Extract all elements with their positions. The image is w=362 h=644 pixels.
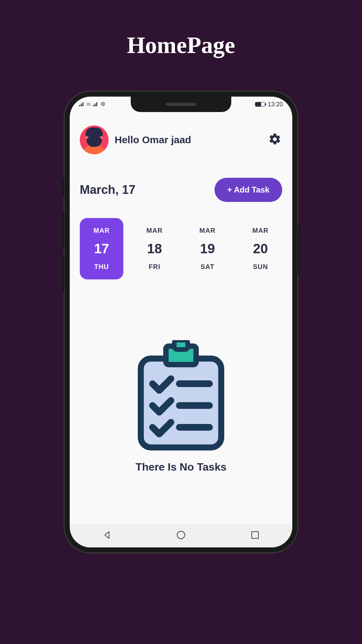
phone-frame: 3G 13:20 Hello O	[64, 91, 298, 553]
system-nav-bar	[70, 524, 292, 547]
date-row: March, 17 + Add Task	[80, 178, 282, 202]
days-row: MAR 17 THU MAR 18 FRI MAR 19 SAT MAR 20	[80, 218, 282, 279]
svg-rect-5	[96, 102, 97, 106]
header-row: Hello Omar jaad	[80, 125, 282, 154]
circle-home-icon	[176, 530, 186, 541]
nav-home-button[interactable]	[176, 530, 186, 541]
greeting-text: Hello Omar jaad	[115, 134, 261, 146]
day-card-0[interactable]: MAR 17 THU	[80, 218, 123, 279]
empty-message: There Is No Tasks	[135, 461, 227, 473]
svg-point-14	[177, 531, 185, 539]
day-number: 17	[82, 241, 121, 256]
day-month: MAR	[82, 227, 121, 234]
side-button	[62, 178, 64, 198]
day-number: 19	[188, 241, 227, 256]
svg-rect-4	[95, 104, 96, 106]
day-card-3[interactable]: MAR 20 SUN	[239, 218, 282, 279]
svg-rect-2	[82, 102, 83, 106]
signal-icon	[79, 102, 84, 107]
day-card-1[interactable]: MAR 18 FRI	[133, 218, 176, 279]
svg-rect-15	[252, 532, 258, 538]
square-recents-icon	[250, 530, 260, 541]
empty-state: There Is No Tasks	[80, 289, 282, 524]
signal-icon-2	[93, 102, 98, 107]
day-number: 20	[241, 241, 280, 256]
day-month: MAR	[188, 227, 227, 234]
network-label: 3G	[86, 103, 91, 106]
volume-up-button	[62, 211, 64, 248]
add-task-button[interactable]: + Add Task	[215, 178, 282, 202]
day-weekday: SAT	[188, 263, 227, 271]
day-month: MAR	[241, 227, 280, 234]
day-weekday: FRI	[135, 263, 174, 271]
current-date-label: March, 17	[80, 183, 135, 197]
triangle-back-icon	[102, 530, 112, 541]
hotspot-icon	[100, 101, 106, 108]
svg-rect-1	[81, 104, 82, 106]
battery-icon	[255, 102, 265, 107]
power-button	[298, 225, 300, 275]
day-weekday: THU	[82, 263, 121, 271]
day-card-2[interactable]: MAR 19 SAT	[186, 218, 229, 279]
page-title: HomePage	[127, 32, 235, 59]
day-number: 18	[135, 241, 174, 256]
screen: 3G 13:20 Hello O	[70, 97, 292, 547]
avatar[interactable]	[80, 125, 109, 154]
nav-recents-button[interactable]	[250, 530, 260, 541]
clock-label: 13:20	[268, 101, 283, 108]
day-month: MAR	[135, 227, 174, 234]
svg-rect-10	[174, 340, 188, 350]
notch	[131, 97, 231, 112]
svg-point-6	[102, 103, 104, 105]
gear-icon	[268, 132, 282, 147]
volume-down-button	[62, 255, 64, 292]
nav-back-button[interactable]	[102, 530, 112, 541]
clipboard-icon	[134, 340, 228, 451]
svg-rect-3	[93, 105, 94, 106]
settings-button[interactable]	[267, 132, 282, 147]
svg-rect-0	[79, 105, 80, 106]
day-weekday: SUN	[241, 263, 280, 271]
